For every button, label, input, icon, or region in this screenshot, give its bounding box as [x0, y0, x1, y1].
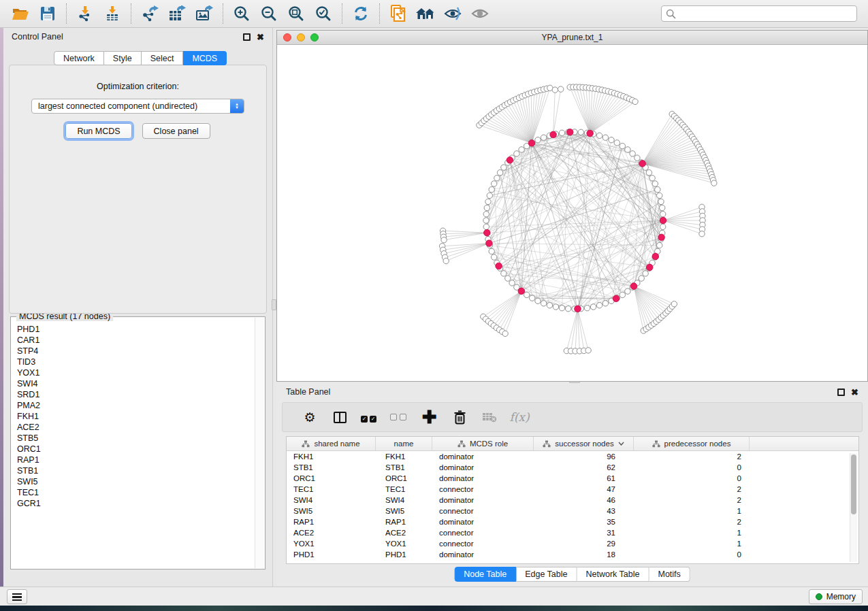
mcds-result-item[interactable]: GCR1: [17, 498, 255, 509]
network-node[interactable]: [487, 193, 492, 198]
network-node[interactable]: [558, 86, 564, 92]
network-home-button[interactable]: [412, 3, 439, 24]
network-node[interactable]: [535, 298, 541, 303]
network-node[interactable]: [441, 237, 447, 243]
zoom-fit-button[interactable]: [283, 3, 310, 24]
tab-network[interactable]: Network: [54, 51, 104, 65]
network-node[interactable]: [625, 147, 630, 152]
network-node[interactable]: [483, 218, 489, 223]
mcds-list-scrollbar[interactable]: [255, 318, 264, 568]
table-scrollbar[interactable]: [850, 453, 857, 562]
mcds-result-item[interactable]: CAR1: [17, 335, 255, 346]
select-all-button[interactable]: ✓✓: [355, 411, 385, 423]
mcds-result-item[interactable]: PMA2: [17, 400, 255, 411]
network-node[interactable]: [484, 205, 489, 210]
memory-button[interactable]: Memory: [809, 589, 863, 604]
mcds-result-item[interactable]: STB1: [17, 465, 255, 476]
table-scrollbar-thumb[interactable]: [851, 455, 856, 514]
mcds-node[interactable]: [587, 130, 594, 137]
network-node[interactable]: [699, 231, 705, 237]
export-network-button[interactable]: [136, 3, 163, 24]
network-node[interactable]: [530, 295, 535, 301]
network-node[interactable]: [630, 151, 635, 156]
network-node[interactable]: [492, 254, 497, 260]
show-columns-button[interactable]: [325, 412, 355, 423]
mcds-node[interactable]: [507, 157, 513, 164]
table-row[interactable]: TEC1TEC1connector472: [287, 484, 858, 495]
network-node[interactable]: [609, 137, 614, 143]
network-node[interactable]: [660, 212, 666, 217]
mcds-node[interactable]: [630, 283, 637, 290]
mcds-node[interactable]: [575, 306, 581, 312]
close-panel-button-mcds[interactable]: Close panel: [142, 123, 210, 139]
mcds-result-item[interactable]: TEC1: [17, 487, 255, 498]
network-node[interactable]: [620, 292, 625, 297]
zoom-selected-button[interactable]: [310, 3, 337, 24]
table-settings-button[interactable]: ⚙: [295, 410, 325, 425]
network-node[interactable]: [559, 130, 564, 135]
mcds-node[interactable]: [518, 288, 525, 295]
network-node[interactable]: [501, 165, 507, 170]
network-node[interactable]: [485, 199, 491, 204]
network-node[interactable]: [643, 271, 648, 276]
mcds-node[interactable]: [658, 234, 665, 241]
mcds-node[interactable]: [528, 140, 535, 147]
mcds-node[interactable]: [652, 253, 659, 260]
table-row[interactable]: SWI4SWI4dominator462: [287, 495, 858, 506]
table-row[interactable]: FKH1FKH1dominator962: [287, 451, 858, 462]
network-node[interactable]: [634, 155, 640, 161]
network-node[interactable]: [524, 292, 530, 297]
network-node[interactable]: [514, 151, 519, 156]
network-node[interactable]: [671, 301, 677, 307]
network-node[interactable]: [620, 143, 625, 148]
network-node[interactable]: [519, 147, 524, 152]
mcds-node[interactable]: [486, 240, 493, 247]
tab-network-table[interactable]: Network Table: [577, 567, 649, 582]
mcds-node[interactable]: [660, 217, 666, 224]
network-node[interactable]: [596, 303, 602, 308]
mcds-result-item[interactable]: PHD1: [17, 324, 255, 335]
network-node[interactable]: [590, 304, 596, 310]
network-node[interactable]: [483, 224, 489, 229]
network-node[interactable]: [559, 306, 564, 311]
float-table-panel-button[interactable]: [837, 389, 845, 396]
table-row[interactable]: RAP1RAP1dominator352: [287, 516, 858, 527]
network-node[interactable]: [602, 135, 608, 140]
table-row[interactable]: SWI5SWI5connector431: [287, 506, 858, 516]
network-node[interactable]: [443, 258, 449, 263]
float-window-button[interactable]: [243, 33, 251, 41]
mcds-result-item[interactable]: TID3: [17, 357, 255, 367]
table-row[interactable]: STB1STB1dominator620: [287, 462, 858, 473]
tab-motifs[interactable]: Motifs: [649, 567, 690, 582]
zoom-in-button[interactable]: [228, 3, 255, 24]
network-node[interactable]: [657, 193, 662, 198]
network-node[interactable]: [552, 87, 558, 93]
mcds-node[interactable]: [639, 161, 646, 167]
network-node[interactable]: [602, 301, 608, 306]
column-header-successor-nodes[interactable]: successor nodes: [534, 437, 634, 450]
network-node[interactable]: [553, 304, 558, 310]
network-node[interactable]: [711, 180, 717, 186]
network-node[interactable]: [596, 133, 602, 138]
column-header-shared-name[interactable]: shared name: [287, 437, 376, 450]
network-node[interactable]: [541, 301, 546, 306]
import-table-button[interactable]: [99, 3, 126, 24]
run-mcds-button[interactable]: Run MCDS: [65, 123, 131, 139]
network-node[interactable]: [501, 271, 507, 276]
network-node[interactable]: [657, 242, 662, 248]
network-node[interactable]: [492, 181, 497, 186]
delete-button[interactable]: [445, 410, 475, 425]
mcds-node[interactable]: [496, 263, 502, 269]
open-file-button[interactable]: [7, 3, 34, 24]
column-header-predecessor-nodes[interactable]: predecessor nodes: [634, 437, 750, 450]
network-node[interactable]: [494, 176, 500, 181]
network-node[interactable]: [509, 280, 515, 286]
network-node[interactable]: [489, 186, 494, 192]
network-node[interactable]: [614, 140, 620, 146]
mcds-node[interactable]: [484, 229, 491, 236]
zoom-out-button[interactable]: [255, 3, 283, 24]
export-table-button[interactable]: [163, 3, 191, 24]
network-node[interactable]: [652, 181, 658, 186]
network-node[interactable]: [566, 306, 571, 312]
tab-edge-table[interactable]: Edge Table: [516, 567, 577, 582]
